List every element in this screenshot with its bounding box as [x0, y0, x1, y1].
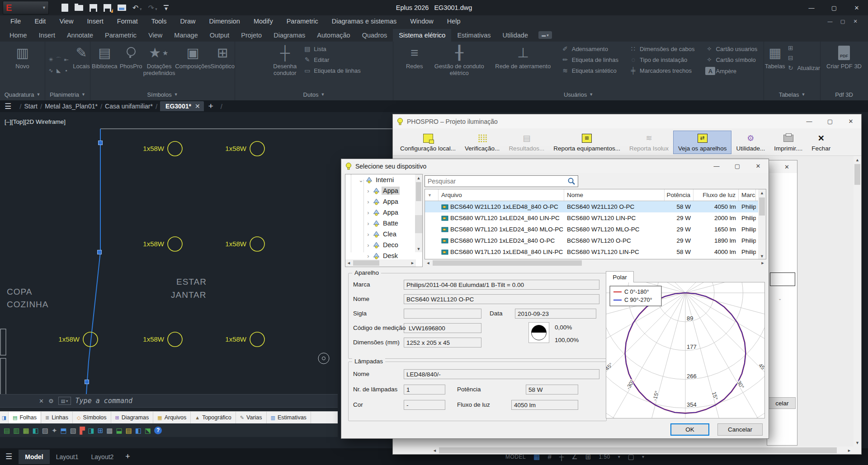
command-bar[interactable]: ✕ ⚙ ▤▾ Type a command	[0, 394, 338, 408]
ribbon-group-quadratura[interactable]: Quadratura▼	[0, 89, 45, 100]
sinoptico-button[interactable]: ⊞ Sinóptico	[211, 42, 235, 89]
sheet-tool-icon-14[interactable]: ▤	[126, 427, 132, 434]
phospro-toolbar-veja-os-aparelhos[interactable]: ⇄Veja os aparelhos	[673, 131, 731, 154]
minimize-button[interactable]: —	[799, 114, 820, 128]
menu-item-modify[interactable]: Modify	[247, 15, 280, 27]
background-cancel-button[interactable]: celar	[769, 397, 796, 409]
document-tab-4[interactable]: EG3001*✕	[160, 101, 204, 111]
close-icon[interactable]: ✕	[39, 398, 44, 404]
quick-access-customize-icon[interactable]: ▼	[164, 5, 169, 10]
document-tab-1[interactable]: Start	[24, 103, 38, 110]
tree-item-4[interactable]: ›Batte	[345, 218, 422, 229]
menu-item-format[interactable]: Format	[110, 15, 145, 27]
column-header-nome[interactable]: Nome	[564, 189, 665, 201]
close-icon[interactable]: ✕	[784, 164, 789, 170]
new-layout-button[interactable]: +	[120, 452, 136, 461]
etiqueta-sintetico-button[interactable]: ≋Etiqueta sintético	[561, 67, 618, 74]
tree-item-2[interactable]: ›Appa	[345, 196, 422, 207]
filter-column-header[interactable]: ▼	[425, 189, 439, 201]
maximize-button[interactable]: ▢	[820, 114, 840, 128]
layout-tab-layout2[interactable]: Layout2	[85, 450, 120, 464]
chevron-collapsed-icon[interactable]: ›	[365, 209, 371, 216]
chevron-collapsed-icon[interactable]: ›	[365, 242, 371, 249]
sheet-tool-icon-15[interactable]: ◧	[135, 427, 142, 434]
table-row[interactable]: BCS640 W21L120 1xLED48_840 O-PCBCS640 W2…	[425, 201, 766, 212]
panel-tab-estimativas[interactable]: ▥Estimativas	[267, 412, 311, 423]
sheet-tool-icon-12[interactable]: ▩	[106, 427, 113, 434]
ribbon-tab-utilidade[interactable]: Utilidade	[497, 29, 534, 42]
sheet-tool-icon-10[interactable]: ◨	[88, 427, 94, 434]
phospro-toolbar-imprimir-[interactable]: Imprimir....	[769, 131, 807, 154]
phospro-toolbar-fechar[interactable]: ✕Fechar	[807, 131, 835, 154]
tabelas-button[interactable]: ▦ Tabelas	[764, 42, 786, 89]
ribbon-group-planimetria[interactable]: Planimetria▼	[45, 89, 90, 100]
annotation-scale[interactable]: 1:50	[599, 454, 610, 460]
polar-tab[interactable]: Polar	[606, 271, 634, 282]
ribbon-group-tabelas[interactable]: Tabelas▼	[764, 89, 820, 100]
ribbon-tab-annotate[interactable]: Annotate	[61, 29, 99, 42]
sheet-tool-icon-6[interactable]: ✦	[52, 427, 57, 434]
phospro-toolbar-reporta-equipamentos-[interactable]: ⊞Reporta equipamentos...	[549, 131, 625, 154]
panel-tab-s-mbolos[interactable]: ◇Símbolos	[73, 412, 111, 423]
scale-dropdown-icon[interactable]: ▾	[618, 454, 620, 459]
menu-item-help[interactable]: Help	[440, 15, 467, 27]
tree-item-5[interactable]: ›Clea	[345, 229, 422, 240]
phospro-toolbar-reporta-isolux[interactable]: ≋Reporta Isolux	[625, 131, 673, 154]
ribbon-tab-diagramas[interactable]: Diagramas	[268, 29, 311, 42]
menu-item-insert[interactable]: Insert	[80, 15, 110, 27]
tree-item-root[interactable]: ⌄Interni	[345, 174, 422, 185]
ribbon-group-usuarios[interactable]: Usuários▼	[393, 89, 764, 100]
column-header-arquivo[interactable]: Arquivo	[439, 189, 564, 201]
menu-item-draw[interactable]: Draw	[174, 15, 203, 27]
redo-icon[interactable]: ↷ ▾	[148, 4, 157, 12]
sheet-tool-icon-5[interactable]: ▨	[42, 427, 48, 434]
atualizar-button[interactable]: ↻Atualizar	[787, 64, 820, 71]
document-tab-2[interactable]: Metal Jas_Plan01*	[45, 103, 98, 110]
ribbon-group-dutos[interactable]: Dutos▼	[235, 89, 393, 100]
menu-item-diagramas-e-sistemas[interactable]: Diagramas e sistemas	[325, 15, 403, 27]
tree-item-6[interactable]: ›Deco	[345, 240, 422, 250]
ribbon-tab-insert[interactable]: Insert	[33, 29, 61, 42]
ribbon-group-simbolos[interactable]: Símbolos▼	[90, 89, 235, 100]
marcadores-trechos-button[interactable]: ╪Marcadores trechos	[629, 67, 694, 74]
panel-tab-folhas[interactable]: ▤Folhas	[9, 412, 41, 423]
new-file-icon[interactable]	[61, 4, 68, 12]
sheet-tool-icon-9[interactable]: ▛	[80, 427, 85, 434]
status-menu-icon[interactable]: ▾	[642, 454, 644, 459]
ok-button[interactable]: OK	[670, 423, 709, 436]
horizontal-scrollbar[interactable]: ◄ ►	[393, 446, 861, 454]
ribbon-tab-output[interactable]: Output	[204, 29, 236, 42]
panel-tab-varias[interactable]: ✎Varias	[236, 412, 267, 423]
customize-gear-icon[interactable]: ⚙	[48, 398, 54, 404]
cancel-button[interactable]: Cancelar	[717, 423, 763, 436]
novo-button[interactable]: ▥ Novo	[2, 42, 43, 89]
hamburger-menu-icon[interactable]: ☰	[5, 452, 12, 461]
tree-horizontal-scrollbar[interactable]: ◄ ►	[345, 259, 416, 267]
minimize-button[interactable]: —	[800, 0, 823, 15]
close-button[interactable]: ✕	[845, 0, 868, 15]
menu-item-dimension[interactable]: Dimension	[202, 15, 247, 27]
chevron-collapsed-icon[interactable]: ›	[365, 198, 371, 205]
layout-tab-layout1[interactable]: Layout1	[50, 450, 85, 464]
restore-button[interactable]: ▢	[823, 0, 845, 15]
table-tool2-button[interactable]: ⊟	[787, 54, 820, 61]
menu-item-tools[interactable]: Tools	[145, 15, 174, 27]
sheet-tool-icon-3[interactable]: ▦	[23, 427, 29, 434]
ribbon-tab-projeto[interactable]: Projeto	[235, 29, 268, 42]
table-tool1-button[interactable]: ⊞	[787, 44, 820, 52]
command-input[interactable]: Type a command	[75, 397, 132, 405]
menu-item-file[interactable]: File	[4, 15, 28, 27]
device-table[interactable]: ▼ArquivoNomePotênciaFluxo de luzMarca BC…	[425, 189, 766, 259]
sheet-tool-icon-11[interactable]: ⊞	[98, 427, 104, 434]
ribbon-tab-manage[interactable]: Manage	[168, 29, 203, 42]
phospro-toolbar-verifica-o-[interactable]: ⣿⣿Verificação...	[460, 131, 504, 154]
ribbon-collapse-button[interactable]: ▬▾	[538, 31, 552, 39]
editar-button[interactable]: ✎Editar	[303, 56, 360, 63]
sheet-tool-icon-1[interactable]: ▤	[4, 427, 10, 434]
ribbon-tab-quadros[interactable]: Quadros	[356, 29, 393, 42]
dimensoes-cabos-button[interactable]: ∷Dimensões de cabos	[629, 45, 694, 52]
planimetria-tools-icons[interactable]: ✳⌒⇤∿◣▪	[45, 42, 72, 89]
cartao-simbolo-button[interactable]: ✧Cartão símbolo	[705, 56, 757, 63]
ribbon-tab-automa-o[interactable]: Automação	[311, 29, 356, 42]
maximize-button[interactable]: ▢	[727, 159, 748, 173]
